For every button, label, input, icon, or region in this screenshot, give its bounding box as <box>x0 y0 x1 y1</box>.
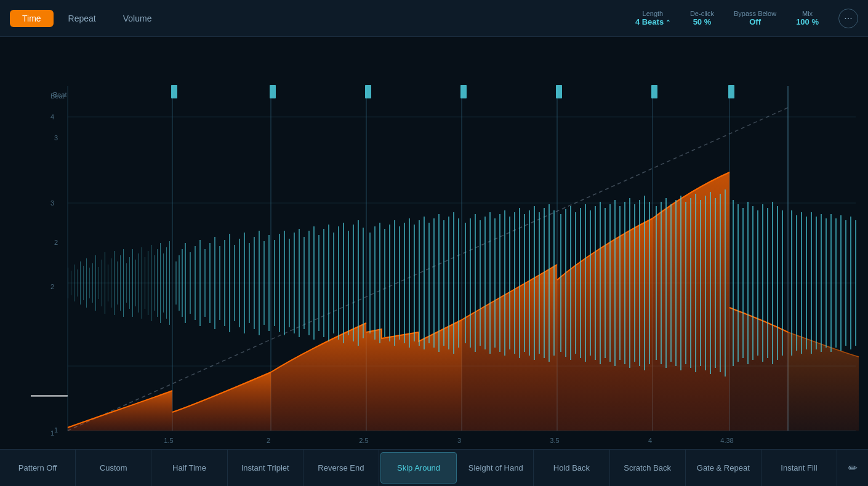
svg-rect-168 <box>767 208 768 358</box>
tab-group: Time Repeat Volume <box>10 10 164 27</box>
svg-rect-41 <box>148 251 148 315</box>
svg-rect-102 <box>433 218 435 348</box>
svg-rect-18 <box>77 269 78 297</box>
svg-rect-187 <box>270 85 276 98</box>
svg-rect-177 <box>816 217 817 349</box>
svg-rect-116 <box>504 210 505 356</box>
svg-rect-189 <box>460 85 467 98</box>
svg-rect-24 <box>95 255 96 311</box>
svg-rect-78 <box>313 226 315 340</box>
svg-rect-141 <box>629 198 630 368</box>
svg-rect-172 <box>791 210 792 356</box>
svg-rect-178 <box>821 214 822 352</box>
svg-rect-49 <box>175 261 177 305</box>
svg-rect-66 <box>254 237 255 329</box>
param-mix: Mix 100 % <box>796 10 819 26</box>
svg-rect-50 <box>179 255 180 311</box>
edit-button[interactable]: ✏ <box>837 450 868 486</box>
svg-rect-107 <box>458 218 459 348</box>
top-bar: Time Repeat Volume Length 4 Beats De-cli… <box>0 0 868 37</box>
svg-rect-75 <box>299 229 300 337</box>
svg-rect-42 <box>151 245 151 321</box>
svg-rect-17 <box>74 265 74 301</box>
more-button[interactable]: ··· <box>838 9 858 28</box>
svg-text:3: 3 <box>50 199 54 207</box>
svg-rect-57 <box>209 243 211 323</box>
svg-rect-84 <box>343 223 344 343</box>
preset-scratch-back[interactable]: Scratch Back <box>610 450 686 486</box>
svg-rect-64 <box>244 233 245 333</box>
preset-instant-triplet[interactable]: Instant Triplet <box>228 450 303 486</box>
svg-rect-166 <box>757 210 758 356</box>
svg-rect-98 <box>414 225 415 341</box>
svg-rect-71 <box>279 234 280 332</box>
svg-rect-77 <box>308 231 310 335</box>
tab-volume[interactable]: Volume <box>111 10 164 27</box>
svg-rect-126 <box>553 210 555 356</box>
svg-rect-111 <box>480 220 481 346</box>
svg-rect-74 <box>294 233 295 333</box>
svg-rect-124 <box>544 208 545 358</box>
param-mix-value[interactable]: 100 % <box>796 17 819 26</box>
svg-rect-142 <box>634 204 635 362</box>
preset-skip-around[interactable]: Skip Around <box>380 452 457 484</box>
svg-rect-70 <box>274 240 275 326</box>
svg-rect-93 <box>389 225 390 341</box>
svg-rect-83 <box>338 226 339 340</box>
param-length-label: Length <box>643 10 664 17</box>
param-mix-label: Mix <box>802 10 813 17</box>
svg-rect-63 <box>239 239 240 327</box>
svg-rect-81 <box>328 225 329 341</box>
svg-rect-130 <box>575 212 576 354</box>
svg-rect-85 <box>348 231 349 335</box>
svg-rect-33 <box>123 249 124 317</box>
svg-rect-147 <box>661 202 662 364</box>
param-bypass-value[interactable]: Off <box>749 17 761 26</box>
preset-sleight-of-hand[interactable]: Sleight of Hand <box>458 450 534 486</box>
svg-rect-138 <box>614 200 616 366</box>
svg-rect-100 <box>424 217 425 349</box>
svg-rect-45 <box>160 243 161 323</box>
svg-rect-95 <box>399 226 400 340</box>
preset-half-time[interactable]: Half Time <box>151 450 227 486</box>
svg-rect-36 <box>132 249 133 317</box>
svg-rect-51 <box>182 249 183 317</box>
preset-instant-fill[interactable]: Instant Fill <box>762 450 837 486</box>
svg-rect-182 <box>840 215 842 351</box>
param-declick: De-click 50 % <box>690 10 714 26</box>
svg-rect-22 <box>89 268 90 298</box>
svg-rect-15 <box>68 268 68 298</box>
param-length-value[interactable]: 4 Beats <box>635 17 670 26</box>
param-declick-value[interactable]: 50 % <box>693 17 712 26</box>
preset-reverse-end[interactable]: Reverse End <box>303 450 379 486</box>
svg-rect-175 <box>806 217 807 349</box>
svg-rect-82 <box>333 233 334 333</box>
main-canvas: Beat 4 3 2 1 <box>0 37 868 449</box>
tab-repeat[interactable]: Repeat <box>56 10 108 27</box>
preset-custom[interactable]: Custom <box>76 450 151 486</box>
svg-rect-20 <box>83 266 84 300</box>
svg-rect-115 <box>499 214 500 352</box>
preset-gate-repeat[interactable]: Gate & Repeat <box>686 450 762 486</box>
param-declick-label: De-click <box>690 10 714 17</box>
svg-rect-161 <box>733 200 734 366</box>
svg-rect-153 <box>690 198 691 368</box>
svg-text:Beat: Beat <box>53 91 67 98</box>
tab-time[interactable]: Time <box>10 10 54 27</box>
svg-rect-103 <box>438 214 440 352</box>
svg-rect-114 <box>494 218 496 348</box>
svg-rect-128 <box>565 209 566 357</box>
svg-text:4: 4 <box>648 437 652 444</box>
svg-rect-30 <box>114 251 115 315</box>
svg-rect-87 <box>358 220 359 346</box>
svg-text:2.5: 2.5 <box>359 437 368 444</box>
param-length: Length 4 Beats <box>635 10 670 26</box>
svg-rect-89 <box>369 233 371 333</box>
preset-pattern-off[interactable]: Pattern Off <box>0 450 76 486</box>
preset-hold-back[interactable]: Hold Back <box>534 450 609 486</box>
svg-rect-125 <box>549 204 550 362</box>
svg-rect-156 <box>705 196 706 370</box>
svg-rect-151 <box>680 196 681 370</box>
svg-rect-135 <box>600 202 601 364</box>
svg-rect-92 <box>384 229 385 337</box>
